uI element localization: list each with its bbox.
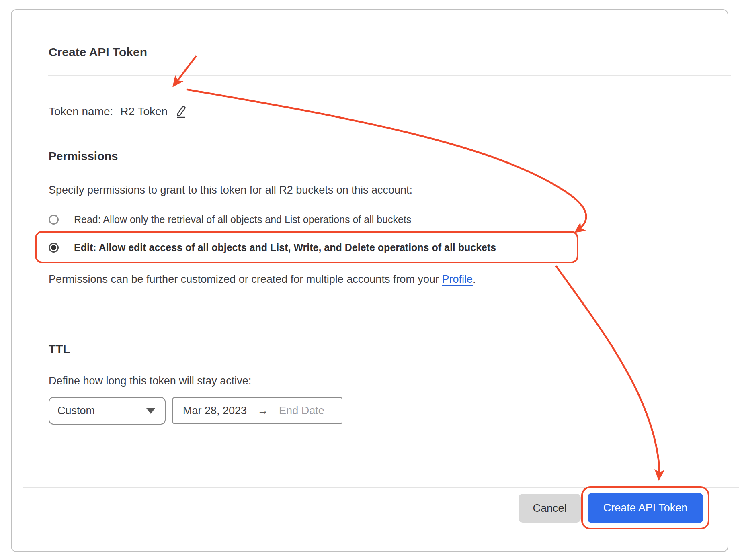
create-api-token-dialog: Create API Token Token name: R2 Token Pe… bbox=[11, 9, 728, 552]
permissions-heading: Permissions bbox=[49, 150, 118, 163]
header-divider bbox=[48, 75, 731, 76]
footer-divider bbox=[23, 487, 739, 488]
token-name-row: Token name: R2 Token bbox=[49, 103, 186, 120]
edit-pencil-icon[interactable] bbox=[174, 105, 186, 118]
ttl-duration-dropdown[interactable]: Custom bbox=[49, 397, 166, 425]
ttl-date-range-input[interactable]: Mar 28, 2023 → End Date bbox=[172, 397, 342, 424]
chevron-down-icon bbox=[146, 408, 155, 414]
end-date-placeholder: End Date bbox=[279, 405, 324, 417]
radio-option-edit[interactable]: Edit: Allow edit access of all objects a… bbox=[49, 239, 496, 255]
radio-dot bbox=[51, 245, 56, 250]
profile-link[interactable]: Profile bbox=[442, 273, 473, 285]
create-api-token-button[interactable]: Create API Token bbox=[588, 493, 703, 523]
permissions-note-text: Permissions can be further customized or… bbox=[49, 273, 442, 285]
radio-read-label: Read: Allow only the retrieval of all ob… bbox=[74, 214, 411, 225]
ttl-description: Define how long this token will stay act… bbox=[49, 375, 251, 387]
ttl-duration-selected-value: Custom bbox=[57, 405, 146, 417]
permissions-note: Permissions can be further customized or… bbox=[49, 273, 476, 286]
radio-edit-label: Edit: Allow edit access of all objects a… bbox=[74, 242, 496, 253]
token-name-value: R2 Token bbox=[120, 105, 168, 118]
arrow-right-icon: → bbox=[257, 404, 269, 417]
radio-unselected-icon[interactable] bbox=[49, 215, 59, 225]
radio-option-read[interactable]: Read: Allow only the retrieval of all ob… bbox=[49, 211, 411, 227]
permissions-description: Specify permissions to grant to this tok… bbox=[49, 184, 412, 196]
permissions-note-period: . bbox=[473, 273, 476, 285]
start-date-value: Mar 28, 2023 bbox=[183, 405, 247, 417]
radio-selected-icon[interactable] bbox=[49, 243, 59, 253]
ttl-heading: TTL bbox=[49, 343, 70, 356]
page: { "modal": { "title": "Create API Token"… bbox=[0, 0, 742, 560]
page-title: Create API Token bbox=[49, 45, 147, 59]
token-name-label: Token name: bbox=[49, 105, 113, 118]
cancel-button[interactable]: Cancel bbox=[519, 494, 581, 523]
